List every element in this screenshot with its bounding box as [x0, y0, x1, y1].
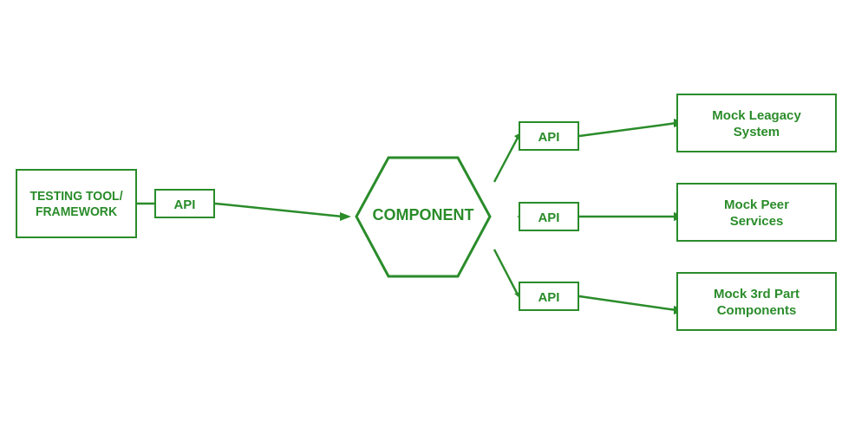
mock-legacy-label: Mock LeagacySystem [712, 107, 801, 140]
testing-tool-label: TESTING TOOL/FRAMEWORK [29, 188, 122, 219]
component-label: COMPONENT [373, 206, 474, 224]
svg-line-14 [579, 296, 676, 310]
mock-peer-box: Mock PeerServices [676, 183, 837, 242]
api-main-box: API [154, 189, 215, 218]
mock-legacy-box: Mock LeagacySystem [676, 94, 837, 152]
mock-3rd-box: Mock 3rd PartComponents [676, 272, 837, 331]
api-top-label: API [538, 129, 559, 144]
api-main-label: API [173, 197, 195, 211]
architecture-diagram: TESTING TOOL/FRAMEWORK API COMPONENT API… [0, 0, 868, 434]
mock-3rd-label: Mock 3rd PartComponents [714, 285, 799, 319]
svg-line-8 [494, 249, 519, 296]
testing-tool-box: TESTING TOOL/FRAMEWORK [16, 169, 137, 238]
api-bot-box: API [519, 282, 579, 311]
api-mid-box: API [519, 202, 579, 231]
svg-line-4 [494, 136, 519, 182]
api-top-box: API [519, 121, 579, 151]
api-bot-label: API [538, 289, 559, 304]
component-hexagon: COMPONENT [354, 154, 493, 275]
api-mid-label: API [538, 210, 559, 224]
svg-line-10 [579, 123, 676, 136]
svg-line-2 [215, 204, 343, 217]
svg-marker-3 [340, 212, 351, 221]
mock-peer-label: Mock PeerServices [724, 196, 789, 230]
